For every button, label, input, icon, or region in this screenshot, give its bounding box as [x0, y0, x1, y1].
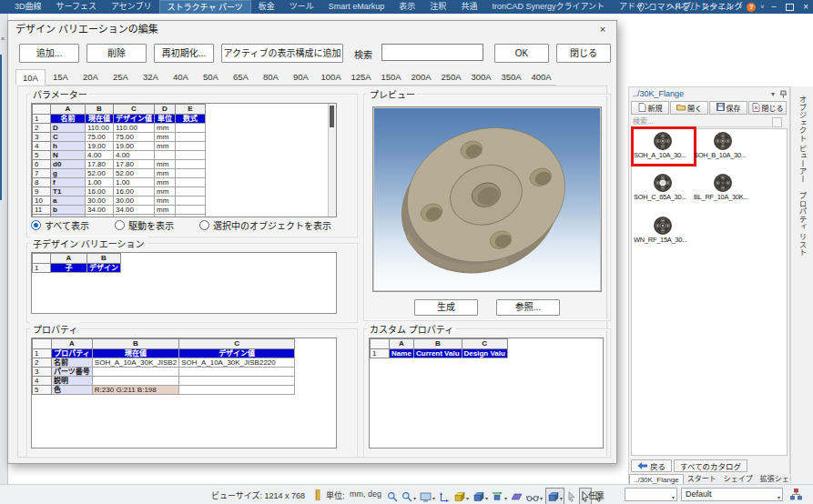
- dropdown-caret-icon[interactable]: ▾: [504, 495, 507, 501]
- column-header-A[interactable]: A: [52, 339, 93, 349]
- size-tab-350A[interactable]: 350A: [496, 69, 526, 86]
- cell[interactable]: [176, 178, 206, 187]
- visual-effects-icon[interactable]: ▾: [525, 489, 544, 504]
- row-header-6[interactable]: 6: [33, 160, 51, 169]
- add-to-active-config-button[interactable]: アクティブの表示構成に追加: [221, 44, 343, 63]
- column-header-A[interactable]: A: [51, 105, 86, 115]
- column-header-E[interactable]: E: [176, 105, 206, 115]
- cell[interactable]: [176, 133, 206, 142]
- back-button[interactable]: 戻る: [631, 459, 672, 472]
- cell[interactable]: mm: [155, 160, 176, 169]
- corner-cell[interactable]: [33, 339, 52, 349]
- ribbon-tab-8[interactable]: 注釈: [422, 0, 453, 14]
- row-header-7[interactable]: 7: [33, 169, 51, 178]
- cell[interactable]: [176, 142, 206, 151]
- cell[interactable]: 説明: [52, 377, 93, 386]
- header-cell[interactable]: プロパティ: [52, 349, 93, 358]
- catalog-toolbar-button-1[interactable]: 開く: [670, 101, 708, 115]
- catalog-item-1[interactable]: SOH_B_10A_30...: [694, 131, 752, 167]
- header-cell[interactable]: Design Valu: [462, 349, 507, 358]
- panel-close-icon[interactable]: ×: [1, 35, 5, 42]
- cell[interactable]: [176, 151, 206, 160]
- row-header-4[interactable]: 4: [33, 377, 52, 386]
- size-tab-100A[interactable]: 100A: [316, 69, 346, 86]
- size-tab-10A[interactable]: 10A: [15, 69, 46, 85]
- header-cell[interactable]: デザイン値: [114, 115, 155, 124]
- ok-button[interactable]: OK: [494, 44, 549, 63]
- combo-caret-icon[interactable]: ▾: [672, 492, 675, 504]
- column-header-D[interactable]: D: [155, 105, 176, 115]
- catalog-item-0[interactable]: SOH_A_10A_30...: [634, 131, 692, 167]
- row-header-1[interactable]: 1: [33, 115, 51, 124]
- view-orientation-icon[interactable]: ▾: [472, 489, 489, 504]
- cell[interactable]: 19.00: [114, 142, 155, 151]
- cell[interactable]: [176, 197, 206, 206]
- column-header-A[interactable]: A: [390, 339, 414, 349]
- header-cell[interactable]: デザイン値: [179, 349, 295, 358]
- dropdown-caret-icon[interactable]: ▾: [540, 495, 543, 501]
- cell[interactable]: [92, 377, 178, 386]
- catalog-item-4[interactable]: WN_RF_15A_30...: [634, 216, 692, 252]
- search-options-button[interactable]: [772, 117, 782, 127]
- dropdown-caret-icon[interactable]: ▾: [413, 495, 416, 501]
- browse-button[interactable]: 参照...: [496, 299, 560, 316]
- zoom-icon[interactable]: [386, 489, 399, 504]
- row-header-9[interactable]: 9: [33, 187, 51, 197]
- combo-caret-icon[interactable]: ▾: [777, 492, 780, 504]
- size-tab-250A[interactable]: 250A: [436, 69, 466, 86]
- dropdown-caret-icon[interactable]: ▾: [466, 495, 469, 501]
- generate-button[interactable]: 生成: [414, 299, 478, 316]
- cell[interactable]: 34.00: [114, 206, 155, 215]
- row-header-8[interactable]: 8: [33, 178, 51, 187]
- cell[interactable]: [92, 368, 178, 377]
- cell[interactable]: mm: [155, 215, 176, 218]
- size-tab-150A[interactable]: 150A: [376, 69, 406, 86]
- cell[interactable]: 1.00: [86, 178, 114, 187]
- size-tab-200A[interactable]: 200A: [406, 69, 436, 86]
- column-header-B[interactable]: B: [414, 339, 462, 349]
- add-button[interactable]: 追加...: [19, 44, 79, 63]
- size-tab-65A[interactable]: 65A: [226, 69, 256, 86]
- size-tab-300A[interactable]: 300A: [466, 69, 496, 86]
- cell[interactable]: [176, 160, 206, 169]
- column-header-C[interactable]: C: [179, 339, 295, 349]
- parameters-scrollbar[interactable]: [328, 104, 336, 217]
- cell[interactable]: [179, 377, 295, 386]
- dropdown-caret-icon[interactable]: ▾: [560, 495, 563, 501]
- radio-option-0[interactable]: すべて表示: [31, 218, 89, 232]
- row-header-3[interactable]: 3: [33, 133, 51, 142]
- cell[interactable]: 24.00: [114, 215, 155, 218]
- cell[interactable]: 1.00: [114, 178, 155, 187]
- cell[interactable]: D: [51, 124, 86, 133]
- all-catalogs-button[interactable]: すべてのカタログ: [674, 459, 747, 472]
- cell[interactable]: mm: [155, 133, 176, 142]
- ribbon-tab-10[interactable]: IronCAD Synergyクライアント: [484, 0, 612, 14]
- cell[interactable]: 4.00: [114, 151, 155, 160]
- cell[interactable]: SOH_A_10A_30K_JISB2: [92, 358, 178, 368]
- size-tab-40A[interactable]: 40A: [166, 69, 196, 86]
- cell[interactable]: 19.00: [86, 142, 114, 151]
- close-window-button[interactable]: ×: [800, 0, 811, 14]
- cell[interactable]: 色: [52, 386, 93, 395]
- cell[interactable]: [179, 368, 295, 377]
- display-mode-icon[interactable]: ▾: [419, 489, 436, 504]
- row-header-10[interactable]: 10: [33, 197, 51, 206]
- cell[interactable]: g: [51, 169, 86, 178]
- cell[interactable]: [176, 187, 206, 197]
- minimize-button[interactable]: −: [768, 0, 779, 14]
- catalog-toolbar-button-2[interactable]: 保存: [709, 101, 747, 115]
- camera-move-icon[interactable]: ▾: [491, 489, 508, 504]
- ribbon-tab-5[interactable]: ツール: [282, 0, 321, 14]
- corner-cell[interactable]: [371, 339, 390, 349]
- command-search-hint[interactable]: コマンドを...: [649, 1, 697, 13]
- preview-3d-view[interactable]: [372, 106, 602, 292]
- delete-button[interactable]: 削除: [86, 44, 147, 63]
- catalog-item-3[interactable]: BL_RF_10A_30K...: [694, 173, 752, 209]
- cell[interactable]: h: [51, 142, 86, 151]
- side-panel-tab-1[interactable]: プロパティ リスト: [792, 192, 812, 256]
- header-cell[interactable]: 単位: [155, 115, 176, 124]
- cell[interactable]: b: [51, 206, 86, 215]
- cell[interactable]: R:230 G:211 B:198: [92, 386, 178, 395]
- size-tab-400A[interactable]: 400A: [526, 69, 556, 86]
- ribbon-tab-0[interactable]: 3D曲線: [7, 0, 49, 14]
